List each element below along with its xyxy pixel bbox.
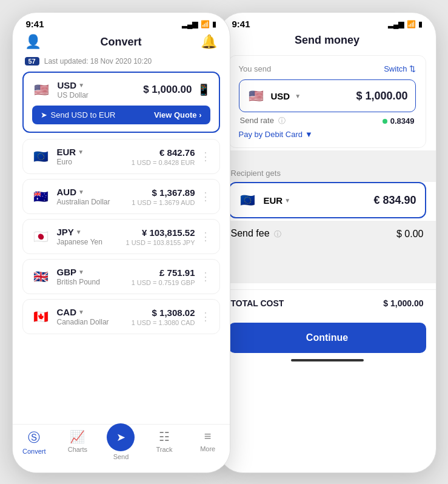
nav-more[interactable]: ≡ More	[193, 429, 223, 460]
usd-amount: $ 1,000.00	[143, 84, 192, 96]
signal-icon: ▂▄▆	[182, 20, 198, 29]
phones-container: 9:41 ▂▄▆ 📶 ▮ 👤 Convert 🔔 57 Last updated…	[12, 12, 436, 473]
nav-convert[interactable]: Ⓢ Convert	[19, 429, 49, 460]
you-send-label: You send	[239, 64, 272, 73]
aud-code[interactable]: AUD ▼	[57, 187, 110, 197]
total-cost-label: TOTAL COST	[231, 298, 284, 308]
view-quote-btn[interactable]: View Quote ›	[154, 110, 202, 119]
recipient-card[interactable]: 🇪🇺 EUR ▼ € 834.90	[229, 182, 426, 218]
recipient-gets-label: Recipient gets	[231, 169, 281, 178]
aud-menu-icon[interactable]: ⋮	[200, 190, 211, 203]
list-item-gbp[interactable]: 🇬🇧 GBP ▼ British Pound £ 751.91 1 USD = …	[22, 259, 220, 294]
cad-info: CAD ▼ Canadian Dollar	[57, 307, 109, 326]
profile-icon[interactable]: 👤	[25, 34, 41, 50]
cad-amounts: $ 1,308.02 1 USD = 1.3080 CAD	[132, 308, 195, 326]
usd-code[interactable]: USD ▼	[58, 80, 89, 90]
battery-icon: ▮	[212, 20, 216, 29]
signal-icon-r: ▂▄▆	[388, 20, 404, 29]
cad-flag: 🇨🇦	[32, 307, 51, 326]
eur-rate: 1 USD = 0.8428 EUR	[132, 159, 195, 166]
jpy-name: Japanese Yen	[57, 238, 102, 246]
cad-rate: 1 USD = 1.3080 CAD	[132, 319, 195, 326]
more-icon: ≡	[204, 429, 212, 443]
you-send-card: You send Switch ⇅ 🇺🇸 USD ▼ $ 1,000.00 Se…	[229, 55, 426, 148]
send-arrow-icon: ➤	[41, 110, 47, 119]
send-bar[interactable]: ➤ Send USD to EUR View Quote ›	[32, 106, 210, 124]
aud-left: 🇦🇺 AUD ▼ Australian Dollar	[32, 187, 110, 206]
currency-info: USD ▼ US Dollar	[58, 80, 89, 99]
eur-left: 🇪🇺 EUR ▼ Euro	[32, 147, 84, 166]
jpy-flag: 🇯🇵	[32, 227, 51, 246]
send-fee-row: Send fee ⓘ $ 0.00	[219, 221, 436, 247]
selected-currency-card[interactable]: 🇺🇸 USD ▼ US Dollar $ 1,000.00 📱	[22, 72, 220, 133]
jpy-amounts: ¥ 103,815.52 1 USD = 103.8155 JPY	[125, 227, 195, 246]
send-bar-text: Send USD to EUR	[51, 110, 116, 119]
total-cost-value: $ 1,000.00	[383, 298, 423, 308]
track-icon: ☷	[159, 429, 170, 444]
you-send-input-row[interactable]: 🇺🇸 USD ▼ $ 1,000.00	[239, 79, 416, 112]
header-left: 👤 Convert 🔔	[13, 32, 230, 57]
aud-rate: 1 USD = 1.3679 AUD	[132, 199, 195, 206]
send-plane-icon: ➤	[116, 431, 125, 444]
gbp-menu-icon[interactable]: ⋮	[200, 270, 211, 283]
nav-charts[interactable]: 📈 Charts	[62, 429, 93, 460]
you-send-dropdown[interactable]: ▼	[295, 93, 301, 99]
cad-code[interactable]: CAD ▼	[57, 307, 109, 317]
recipient-code[interactable]: EUR ▼	[264, 195, 291, 206]
recipient-amount: € 834.90	[373, 194, 416, 207]
eur-code[interactable]: EUR ▼	[57, 147, 84, 157]
eur-amount: € 842.76	[132, 147, 195, 158]
jpy-arrow: ▼	[76, 229, 82, 235]
cad-menu-icon[interactable]: ⋮	[200, 310, 211, 323]
usd-flag: 🇺🇸	[32, 80, 52, 99]
home-indicator-right	[291, 359, 364, 361]
send-fee-info-icon[interactable]: ⓘ	[274, 230, 281, 238]
send-rate-info-icon[interactable]: ⓘ	[278, 116, 286, 125]
bell-icon[interactable]: 🔔	[201, 34, 217, 50]
gbp-rate: 1 USD = 0.7519 GBP	[132, 279, 195, 286]
status-time-left: 9:41	[26, 19, 44, 29]
jpy-code[interactable]: JPY ▼	[57, 227, 102, 237]
continue-button[interactable]: Continue	[229, 323, 426, 353]
list-item-jpy[interactable]: 🇯🇵 JPY ▼ Japanese Yen ¥ 103,815.52 1 USD…	[22, 219, 220, 254]
send-rate-label: Send rate ⓘ	[240, 116, 286, 126]
gbp-code[interactable]: GBP ▼	[57, 267, 100, 277]
pay-method-label: Pay by Debit Card	[239, 130, 303, 139]
calculator-icon[interactable]: 📱	[197, 83, 210, 96]
nav-send[interactable]: ➤ Send	[105, 429, 136, 460]
cad-name: Canadian Dollar	[57, 318, 109, 326]
wifi-icon-r: 📶	[407, 20, 416, 29]
send-money-title: Send money	[219, 32, 436, 55]
pay-method-selector[interactable]: Pay by Debit Card ▼	[239, 130, 416, 139]
gbp-info: GBP ▼ British Pound	[57, 267, 100, 286]
you-send-currency-selector[interactable]: 🇺🇸 USD ▼	[247, 86, 301, 106]
recipient-dropdown: ▼	[284, 197, 290, 204]
jpy-menu-icon[interactable]: ⋮	[200, 230, 211, 243]
convert-icon: Ⓢ	[28, 429, 40, 446]
status-icons-right: ▂▄▆ 📶 ▮	[388, 20, 423, 29]
status-icons-left: ▂▄▆ 📶 ▮	[182, 20, 216, 29]
list-item-cad[interactable]: 🇨🇦 CAD ▼ Canadian Dollar $ 1,308.02 1 US…	[22, 299, 220, 334]
send-button[interactable]: ➤	[107, 423, 135, 451]
switch-button[interactable]: Switch ⇅	[384, 64, 415, 73]
send-fee-value: $ 0.00	[396, 229, 423, 240]
you-send-flag: 🇺🇸	[247, 86, 266, 106]
jpy-amount: ¥ 103,815.52	[125, 227, 195, 238]
eur-menu-icon[interactable]: ⋮	[200, 150, 211, 163]
usd-amount-group: $ 1,000.00 📱	[143, 83, 210, 96]
you-send-code: USD	[271, 91, 290, 101]
status-bar-right: 9:41 ▂▄▆ 📶 ▮	[219, 13, 436, 32]
wifi-icon: 📶	[201, 20, 210, 29]
nav-convert-label: Convert	[22, 448, 46, 455]
eur-flag: 🇪🇺	[32, 147, 51, 166]
phone-convert: 9:41 ▂▄▆ 📶 ▮ 👤 Convert 🔔 57 Last updated…	[12, 12, 230, 473]
nav-track[interactable]: ☷ Track	[149, 429, 179, 460]
list-item-aud[interactable]: 🇦🇺 AUD ▼ Australian Dollar $ 1,367.89 1 …	[22, 179, 220, 214]
cad-arrow: ▼	[78, 309, 84, 315]
section-separator	[219, 150, 436, 160]
green-dot-icon	[383, 119, 387, 124]
nav-track-label: Track	[156, 446, 173, 453]
list-item-eur[interactable]: 🇪🇺 EUR ▼ Euro € 842.76 1 USD = 0.8428 EU…	[22, 139, 220, 174]
jpy-left: 🇯🇵 JPY ▼ Japanese Yen	[32, 227, 102, 246]
aud-amounts: $ 1,367.89 1 USD = 1.3679 AUD	[132, 187, 195, 206]
